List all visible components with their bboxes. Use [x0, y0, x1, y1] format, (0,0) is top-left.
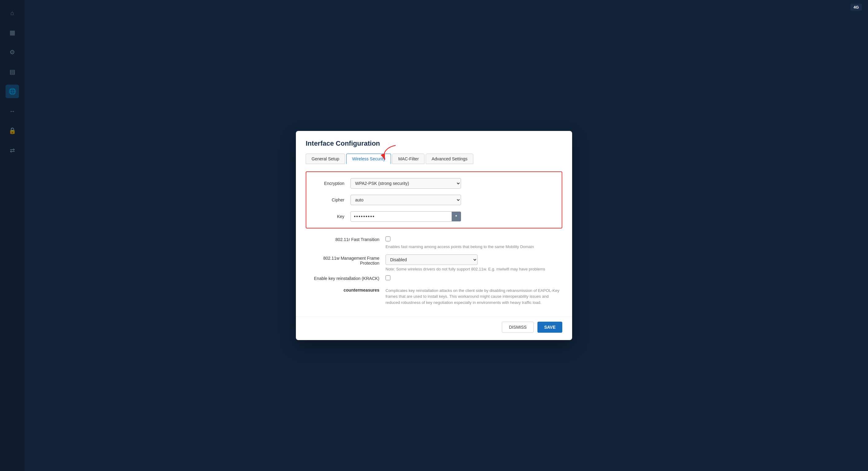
encryption-row: Encryption WPA2-PSK (strong security) No… [314, 178, 554, 189]
save-button[interactable]: SAVE [537, 322, 562, 333]
tabs-container: General Setup Wireless Security MAC-Filt… [306, 154, 562, 164]
krack-checkbox[interactable] [385, 275, 391, 280]
modal: Interface Configuration General Setup Wi… [296, 131, 572, 340]
cipher-select[interactable]: auto CCMP (AES) TKIP TKIP+CCMP [350, 195, 461, 205]
key-input[interactable] [350, 211, 452, 222]
modal-title: Interface Configuration [306, 139, 562, 147]
tab-advanced-settings[interactable]: Advanced Settings [426, 154, 473, 164]
toggle-password-button[interactable]: * [452, 211, 461, 222]
countermeasures-content: Complicates key reinstallation attacks o… [385, 287, 562, 306]
key-row: Key * [314, 211, 554, 222]
mgmt-frame-label: 802.11w Management FrameProtection [306, 255, 385, 266]
encryption-select[interactable]: WPA2-PSK (strong security) None WEP WPA-… [350, 178, 461, 189]
krack-content [385, 275, 562, 281]
fast-transition-checkbox[interactable] [385, 236, 391, 241]
countermeasures-row: countermeasures Complicates key reinstal… [306, 287, 562, 306]
modal-footer: DISMISS SAVE [296, 316, 572, 340]
cipher-row: Cipher auto CCMP (AES) TKIP TKIP+CCMP [314, 195, 554, 205]
dismiss-button[interactable]: DISMISS [502, 322, 534, 333]
tab-general-setup[interactable]: General Setup [306, 154, 345, 164]
encryption-label: Encryption [314, 181, 350, 186]
key-control: * [350, 211, 461, 222]
fast-transition-content: Enables fast roaming among access points… [385, 236, 562, 250]
fast-transition-label: 802.11r Fast Transition [306, 236, 385, 242]
tab-wireless-security[interactable]: Wireless Security [346, 154, 391, 164]
cipher-control: auto CCMP (AES) TKIP TKIP+CCMP [350, 195, 461, 205]
countermeasures-hint: Complicates key reinstallation attacks o… [385, 288, 562, 306]
mgmt-frame-content: Disabled Optional Required Note: Some wi… [385, 255, 562, 272]
krack-row: Enable key reinstallation (KRACK) [306, 275, 562, 281]
status-badge: 4G [850, 4, 862, 11]
countermeasures-label: countermeasures [306, 287, 385, 293]
fast-transition-row: 802.11r Fast Transition Enables fast roa… [306, 236, 562, 250]
modal-body: Encryption WPA2-PSK (strong security) No… [296, 164, 572, 317]
cipher-label: Cipher [314, 198, 350, 202]
key-input-group: * [350, 211, 461, 222]
modal-overlay: Interface Configuration General Setup Wi… [0, 0, 868, 471]
mgmt-frame-select[interactable]: Disabled Optional Required [385, 255, 477, 265]
key-label: Key [314, 214, 350, 219]
krack-label: Enable key reinstallation (KRACK) [306, 275, 385, 281]
encryption-control: WPA2-PSK (strong security) None WEP WPA-… [350, 178, 461, 189]
mgmt-frame-row: 802.11w Management FrameProtection Disab… [306, 255, 562, 272]
mgmt-frame-hint: Note: Some wireless drivers do not fully… [385, 266, 562, 272]
modal-header: Interface Configuration General Setup Wi… [296, 131, 572, 164]
encryption-section: Encryption WPA2-PSK (strong security) No… [306, 171, 562, 229]
fast-transition-hint: Enables fast roaming among access points… [385, 244, 562, 250]
tab-mac-filter[interactable]: MAC-Filter [392, 154, 425, 164]
